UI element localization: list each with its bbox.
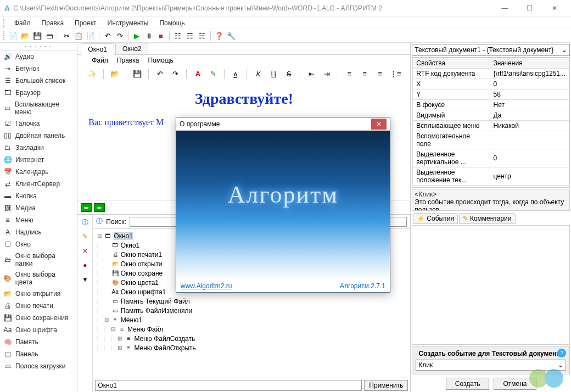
redo-icon[interactable]: ↷ (114, 30, 125, 41)
settings-icon[interactable]: 🔧 (226, 30, 237, 41)
sidebar-item[interactable]: 📅Календарь (0, 166, 77, 178)
doc-menu-help[interactable]: Помощь (144, 56, 176, 65)
sidebar-item[interactable]: 🧠Память (0, 336, 77, 348)
property-row[interactable]: Выделенное положение тек...центр (413, 167, 569, 186)
font-icon[interactable]: ᴀ̲ (229, 68, 242, 80)
tree-node[interactable]: ┊ ┊ ┊ ⊞≡Меню ФайлОткрыть (96, 343, 407, 352)
create-button[interactable]: Создать (446, 378, 490, 390)
saveall-icon[interactable]: 🗃 (44, 30, 55, 41)
help-icon[interactable]: ? (557, 349, 566, 357)
sidebar-item[interactable]: ⊸Бегунок (0, 63, 77, 75)
tab-events[interactable]: ⚡События (413, 213, 458, 224)
doc-redo-icon[interactable]: ↷ (169, 68, 181, 80)
apply-button[interactable]: Применить (364, 380, 408, 391)
property-grid[interactable]: Свойства Значения RTF код документа{\rtf… (412, 57, 570, 188)
sidebar-item[interactable]: 🔊Аудио (0, 51, 77, 63)
property-row[interactable]: В фокусеНет (413, 100, 569, 110)
strike-icon[interactable]: S̶ (283, 68, 295, 80)
doc-undo-icon[interactable]: ↶ (154, 68, 166, 80)
chip2-icon[interactable]: ◂▸ (94, 203, 105, 212)
doc-menu-edit[interactable]: Правка (114, 56, 143, 65)
property-row[interactable]: Y58 (413, 89, 569, 100)
sidebar-item[interactable]: ▯▯Двойная панель (0, 130, 77, 142)
edit-icon[interactable]: ✎ (81, 232, 89, 241)
path-input[interactable] (95, 380, 362, 391)
pause-icon[interactable]: ⏸ (143, 30, 154, 41)
doc-open-icon[interactable]: 📂 (109, 68, 121, 80)
dialog-close-button[interactable]: ✕ (371, 119, 387, 130)
layout3-icon[interactable]: ☵ (197, 30, 208, 41)
sidebar-item[interactable]: ⇄КлиентСервер (0, 178, 77, 190)
doc-menu-file[interactable]: Файл (88, 56, 111, 65)
menu-help[interactable]: Помощь (155, 18, 189, 28)
tab-window1[interactable]: Окно1 (81, 43, 114, 55)
save-icon[interactable]: 💾 (32, 30, 43, 41)
align-center-icon[interactable]: ≡ (359, 68, 371, 80)
underline-icon[interactable]: Ц (267, 68, 279, 80)
property-row[interactable]: Выделенное вертикальное ...0 (413, 149, 569, 167)
property-row[interactable]: ВидимыйДа (413, 110, 569, 121)
stop-icon[interactable]: ■ (155, 30, 166, 41)
tree-node[interactable]: ┊ ┊ ┊ ⊞≡Меню ФайлСоздать (96, 334, 407, 343)
down-icon[interactable]: ▾ (81, 275, 89, 284)
sidebar-item[interactable]: 💾Окно сохранения (0, 312, 77, 324)
sidebar-item[interactable]: 🗔Браузер (0, 87, 77, 99)
object-selector[interactable]: Текстовый документ1 - {Текстовый докумен… (412, 44, 570, 56)
tree-node[interactable]: ┊ ▭Память Текущий Файл (96, 296, 407, 306)
align-left-icon[interactable]: ≡ (343, 68, 355, 80)
delete-icon[interactable]: ✕ (81, 247, 89, 255)
property-row[interactable]: Вспомогательное поле (413, 131, 569, 149)
sidebar-item[interactable]: ▢Панель (0, 348, 77, 360)
record-icon[interactable]: ● (81, 261, 89, 270)
maximize-button[interactable]: ☐ (517, 1, 542, 16)
indent-dec-icon[interactable]: ⇤ (305, 68, 317, 80)
sidebar-item[interactable]: ☐Окно (0, 238, 77, 250)
doc-save-icon[interactable]: 💾 (131, 68, 143, 80)
tab-window2[interactable]: Окно2 (115, 43, 149, 54)
font-color-icon[interactable]: A (192, 68, 204, 80)
sidebar-item[interactable]: ▭Полоса загрузки (0, 360, 77, 372)
sidebar-item[interactable]: ▭Всплывающее меню (0, 99, 77, 117)
sidebar-item[interactable]: 📂Окно открытия (0, 288, 77, 300)
layout1-icon[interactable]: ☷ (172, 30, 183, 41)
property-row[interactable]: Всплывающее менюНикакой (413, 121, 569, 131)
sidebar-item[interactable]: 🗀Закладки (0, 142, 77, 154)
chip1-icon[interactable]: ◂▸ (81, 203, 92, 212)
bullets-icon[interactable]: ⋮≡ (389, 68, 401, 80)
undo-icon[interactable]: ↶ (102, 30, 113, 41)
sidebar-item[interactable]: 🎨Окно выбора цвета (0, 269, 77, 288)
align-right-icon[interactable]: ≡ (374, 68, 386, 80)
tree-node[interactable]: ┊ ▭Память ФайлИзменяли (96, 306, 407, 315)
menu-project[interactable]: Проект (70, 18, 101, 28)
paste-icon[interactable]: 📄 (85, 30, 96, 41)
highlight-icon[interactable]: ✎ (207, 68, 219, 80)
minimize-button[interactable]: — (492, 1, 517, 16)
copy-icon[interactable]: 📋 (73, 30, 84, 41)
cut-icon[interactable]: ✂ (61, 30, 72, 41)
property-row[interactable]: Выделенный RTF{\rtf1\ansi\ansicpg1251... (413, 186, 569, 188)
sidebar-item[interactable]: AНадпись (0, 226, 77, 238)
sidebar-item[interactable]: 🖨Окно печати (0, 300, 77, 312)
website-link[interactable]: www.Algoritm2.ru (181, 282, 232, 290)
tree-node[interactable]: ┊ ⊟≡Меню1 (96, 315, 407, 324)
new-icon[interactable]: 📄 (8, 30, 19, 41)
menu-edit[interactable]: Правка (37, 18, 69, 28)
indent-inc-icon[interactable]: ⇥ (321, 68, 333, 80)
property-row[interactable]: RTF код документа{\rtf1\ansi\ansicpg1251… (413, 69, 569, 79)
sidebar-item[interactable]: АаОкно шрифта (0, 324, 77, 336)
tab-comments[interactable]: ✎Комментарии (459, 213, 516, 224)
sidebar-item[interactable]: ≡Меню (0, 214, 77, 226)
sidebar-item[interactable]: ▬Кнопка (0, 190, 77, 202)
close-button[interactable]: ✕ (542, 1, 567, 16)
layout2-icon[interactable]: ☶ (184, 30, 195, 41)
menu-tools[interactable]: Инструменты (103, 18, 153, 28)
sidebar-item[interactable]: 🖼Медиа (0, 202, 77, 214)
run-icon[interactable]: ▶ (131, 30, 142, 41)
sidebar-item[interactable]: ☰Большой список (0, 75, 77, 87)
help-icon[interactable]: ❓ (214, 30, 225, 41)
doc-new-icon[interactable]: ✨ (86, 68, 98, 80)
open-icon[interactable]: 📂 (20, 30, 31, 41)
sidebar-item[interactable]: 🌐Интернет (0, 154, 77, 166)
tree-node[interactable]: ┊ ┊ ⊟≡Меню Файл (96, 324, 407, 334)
sidebar-item[interactable]: ☑Галочка (0, 117, 77, 130)
